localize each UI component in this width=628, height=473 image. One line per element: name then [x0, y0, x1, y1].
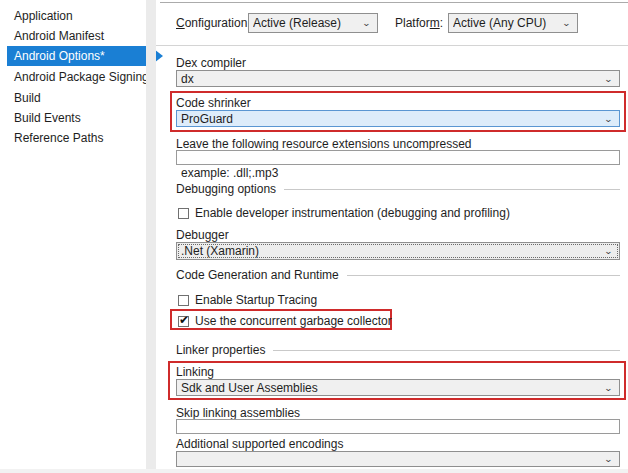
- chevron-down-icon: ⌄: [562, 20, 571, 26]
- dex-compiler-dropdown[interactable]: dx ⌄: [176, 70, 620, 87]
- code-shrinker-value: ProGuard: [181, 112, 604, 126]
- sidebar-content-divider: [146, 0, 156, 473]
- codegen-runtime-header: Code Generation and Runtime: [176, 268, 620, 282]
- top-border-line: [160, 2, 628, 3]
- linking-dropdown[interactable]: Sdk and User Assemblies ⌄: [176, 379, 620, 396]
- chevron-down-icon: ⌄: [362, 20, 371, 26]
- platform-value: Active (Any CPU): [453, 16, 562, 30]
- resource-extensions-label: Leave the following resource extensions …: [176, 137, 472, 151]
- concurrent-gc-checkbox-row[interactable]: ✔ Use the concurrent garbage collector: [178, 314, 392, 328]
- checkmark-icon: ✔: [179, 313, 189, 327]
- section-rule: [284, 189, 620, 190]
- sidebar-item-android-manifest[interactable]: Android Manifest: [0, 26, 150, 46]
- startup-tracing-checkbox-row[interactable]: Enable Startup Tracing: [178, 293, 317, 307]
- sidebar-item-reference-paths[interactable]: Reference Paths: [0, 128, 150, 148]
- sidebar-item-android-package-signing[interactable]: Android Package Signing: [0, 67, 150, 87]
- configuration-value: Active (Release): [253, 16, 362, 30]
- debugger-value: .Net (Xamarin): [181, 244, 604, 258]
- linking-value: Sdk and User Assemblies: [181, 381, 604, 395]
- bottom-edge-strip: [0, 469, 628, 473]
- android-options-properties-page: Application Android Manifest Android Opt…: [0, 0, 628, 473]
- resource-extensions-hint: example: .dll;.mp3: [181, 166, 278, 180]
- dex-compiler-label: Dex compiler: [176, 56, 246, 70]
- developer-instrumentation-checkbox-row[interactable]: Enable developer instrumentation (debugg…: [178, 206, 510, 220]
- resource-extensions-input[interactable]: [176, 150, 620, 165]
- startup-tracing-checkbox[interactable]: [178, 295, 189, 306]
- dex-compiler-value: dx: [181, 72, 604, 86]
- code-shrinker-dropdown[interactable]: ProGuard ⌄: [176, 110, 620, 127]
- section-rule: [347, 275, 620, 276]
- platform-label: Platform:: [395, 16, 443, 30]
- chevron-down-icon: ⌄: [604, 248, 613, 254]
- sidebar-item-build[interactable]: Build: [0, 88, 150, 108]
- config-separator-line: [156, 45, 628, 46]
- debugger-label: Debugger: [176, 228, 229, 242]
- skip-linking-input[interactable]: [176, 419, 620, 434]
- sidebar-item-build-events[interactable]: Build Events: [0, 108, 150, 128]
- developer-instrumentation-checkbox[interactable]: [178, 208, 189, 219]
- linking-label: Linking: [176, 365, 214, 379]
- sidebar-item-application[interactable]: Application: [0, 6, 150, 26]
- concurrent-gc-label: Use the concurrent garbage collector: [195, 314, 392, 328]
- developer-instrumentation-label: Enable developer instrumentation (debugg…: [195, 206, 510, 220]
- platform-dropdown[interactable]: Active (Any CPU) ⌄: [448, 13, 578, 33]
- code-shrinker-label: Code shrinker: [176, 96, 251, 110]
- chevron-down-icon: ⌄: [604, 456, 613, 462]
- debugger-dropdown[interactable]: .Net (Xamarin) ⌄: [176, 242, 620, 260]
- linker-properties-header: Linker properties: [176, 343, 620, 357]
- project-properties-sidebar: Application Android Manifest Android Opt…: [0, 0, 146, 473]
- sidebar-item-android-options[interactable]: Android Options*: [7, 46, 150, 66]
- debugging-options-header: Debugging options: [176, 182, 620, 196]
- encodings-dropdown[interactable]: ⌄: [176, 451, 620, 467]
- startup-tracing-label: Enable Startup Tracing: [195, 293, 317, 307]
- section-rule: [273, 350, 620, 351]
- chevron-down-icon: ⌄: [604, 75, 613, 81]
- chevron-down-icon: ⌄: [604, 115, 613, 121]
- configuration-dropdown[interactable]: Active (Release) ⌄: [248, 13, 378, 33]
- chevron-down-icon: ⌄: [604, 384, 613, 390]
- encodings-label: Additional supported encodings: [176, 437, 343, 451]
- concurrent-gc-checkbox[interactable]: ✔: [178, 316, 189, 327]
- configuration-label: Configuration:: [176, 16, 251, 30]
- skip-linking-label: Skip linking assemblies: [176, 406, 300, 420]
